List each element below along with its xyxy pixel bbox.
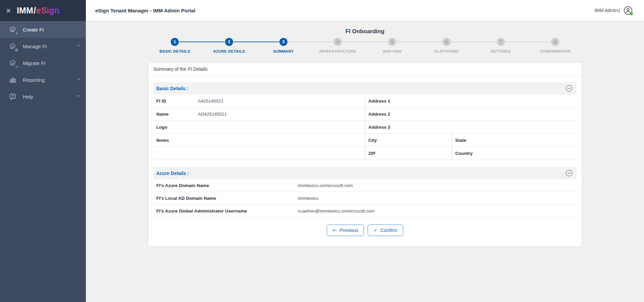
- arrow-badge-icon: →: [15, 65, 18, 69]
- field-label: FI's Azure Global Administrator Username: [153, 208, 298, 214]
- step-label: ADD-ONS: [365, 49, 419, 53]
- table-row: Address 2: [365, 108, 577, 121]
- azure-details-table: FI's Azure Domain Name immtestcu.onmicro…: [153, 179, 577, 218]
- sidebar-item-create-fi[interactable]: + Create FI: [0, 21, 86, 38]
- sidebar-item-migrate-fi[interactable]: → Migrate FI: [0, 55, 86, 71]
- collapse-minus-icon[interactable]: −: [566, 85, 572, 92]
- sidebar-item-label: Create FI: [23, 27, 44, 33]
- table-row: Name AD425145521: [153, 108, 365, 121]
- table-row: FI's Azure Domain Name immtestcu.onmicro…: [153, 179, 577, 192]
- section-heading: Azure Details :: [156, 171, 189, 176]
- previous-button[interactable]: ← Previous: [327, 225, 364, 236]
- step-platforms: 6 PLATFORMS: [419, 38, 474, 53]
- logo-bar: × IMM/eSign: [0, 0, 86, 21]
- azure-details-header: Azure Details : −: [153, 167, 577, 179]
- table-row: Logo: [153, 121, 365, 134]
- onboarding-stepper: 1 BASIC DETAILS 2 AZURE DETAILS 3 SUMMAR…: [148, 38, 582, 53]
- azure-details-section: Azure Details : − FI's Azure Domain Name…: [153, 167, 577, 218]
- sidebar-item-label: Migrate FI: [23, 60, 46, 66]
- step-label: SETTINGS: [474, 49, 528, 53]
- field-label: ZIP: [365, 147, 452, 160]
- user-avatar-icon: [624, 6, 633, 15]
- field-label: Address 1: [365, 95, 577, 107]
- step-settings: 7 SETTINGS: [474, 38, 528, 53]
- step-label: CONFIRMATION: [528, 49, 582, 53]
- field-label: FI's Local AD Domain Name: [153, 196, 298, 201]
- table-row: Notes: [153, 134, 365, 147]
- imm-esign-logo: IMM/eSign: [17, 6, 59, 15]
- table-row: FI ID A425145521: [153, 95, 365, 108]
- step-label: BASIC DETAILS: [148, 49, 202, 53]
- top-bar: eSign Tenant Manager - IMM Admin Portal …: [86, 0, 644, 21]
- sidebar: × IMM/eSign + Create FI: [0, 0, 86, 302]
- help-bubble-icon: ?: [8, 92, 17, 101]
- basic-details-section: Basic Details : − FI ID A425145521 Name: [153, 82, 577, 160]
- sidebar-item-label: Manage FI: [23, 44, 47, 49]
- step-circle: 3: [279, 38, 287, 46]
- field-value: immtestcu.onmicrosoft.com: [298, 183, 353, 188]
- logo-imm-text: IMM: [17, 6, 33, 15]
- app-root: × IMM/eSign + Create FI: [0, 0, 644, 302]
- step-circle: 6: [442, 38, 450, 46]
- step-infrastructure: 4 INFRASTRUCTURE: [311, 38, 365, 53]
- sidebar-item-label: Help: [23, 94, 33, 100]
- field-label: Notes: [153, 138, 198, 143]
- table-row: ZIP Country: [365, 147, 577, 160]
- confirm-button-label: Confirm: [380, 228, 397, 233]
- step-confirmation: 8 CONFIRMATION: [528, 38, 582, 53]
- sidebar-close-icon[interactable]: ×: [6, 7, 11, 14]
- sidebar-item-reporting[interactable]: Reporting: [0, 71, 86, 88]
- page-title: FI Onboarding: [86, 28, 644, 35]
- collapse-minus-icon[interactable]: −: [566, 170, 572, 176]
- field-label: Address 2: [365, 108, 577, 120]
- sidebar-item-help[interactable]: ? Help: [0, 88, 86, 105]
- field-label: Name: [153, 112, 198, 117]
- main-area: eSign Tenant Manager - IMM Admin Portal …: [86, 0, 644, 302]
- field-label: City: [365, 134, 452, 146]
- field-label: FI's Azure Domain Name: [153, 183, 298, 188]
- field-value: AD425145521: [198, 112, 227, 117]
- left-arrow-icon: ←: [332, 228, 337, 233]
- sidebar-item-manage-fi[interactable]: ⚙ Manage FI: [0, 38, 86, 55]
- step-label: AZURE DETAILS: [202, 49, 256, 53]
- step-circle: 7: [497, 38, 505, 46]
- field-label: Address 3: [365, 121, 577, 133]
- logo-slash: /: [33, 6, 36, 15]
- step-circle: 4: [334, 38, 342, 46]
- basic-details-table: FI ID A425145521 Name AD425145521 Logo: [153, 95, 577, 160]
- chevron-down-icon: [76, 43, 81, 49]
- field-value: A425145521: [198, 99, 224, 104]
- field-label: Country: [452, 147, 577, 160]
- step-circle: 5: [388, 38, 396, 46]
- step-label: PLATFORMS: [419, 49, 474, 53]
- section-heading: Basic Details :: [156, 86, 189, 91]
- step-basic-details[interactable]: 1 BASIC DETAILS: [148, 38, 202, 53]
- field-label: Logo: [153, 125, 198, 130]
- table-row: Address 1: [365, 95, 577, 108]
- bank-plus-icon: +: [8, 25, 17, 34]
- summary-card: Summary of the FI Details Basic Details …: [148, 62, 582, 247]
- field-label: FI ID: [153, 99, 198, 104]
- plus-badge-icon: +: [15, 32, 18, 35]
- table-row: Address 3: [365, 121, 577, 134]
- bank-gear-icon: ⚙: [8, 42, 17, 51]
- sidebar-nav: + Create FI ⚙ Manage FI: [0, 21, 86, 105]
- step-azure-details[interactable]: 2 AZURE DETAILS: [202, 38, 256, 53]
- user-menu[interactable]: IMM Admin1: [594, 6, 633, 15]
- bank-arrow-icon: →: [8, 59, 17, 67]
- logo-esign-text: eSign: [36, 6, 59, 15]
- table-row: FI's Azure Global Administrator Username…: [153, 205, 577, 218]
- gear-badge-icon: ⚙: [15, 48, 18, 52]
- page-content: FI Onboarding 1 BASIC DETAILS 2 AZURE DE…: [86, 21, 644, 302]
- svg-text:?: ?: [12, 95, 14, 98]
- card-body: Basic Details : − FI ID A425145521 Name: [148, 76, 582, 246]
- confirm-button[interactable]: ✓ Confirm: [368, 225, 403, 236]
- table-row: FI's Local AD Domain Name immtestcu: [153, 192, 577, 205]
- previous-button-label: Previous: [339, 228, 358, 233]
- app-title: eSign Tenant Manager - IMM Admin Portal: [95, 8, 195, 13]
- card-title: Summary of the FI Details: [148, 63, 582, 76]
- step-label: SUMMARY: [256, 49, 311, 53]
- basic-right-column: Address 1 Address 2 Address 3 City: [365, 95, 577, 160]
- check-icon: ✓: [373, 228, 378, 233]
- step-summary[interactable]: 3 SUMMARY: [256, 38, 311, 53]
